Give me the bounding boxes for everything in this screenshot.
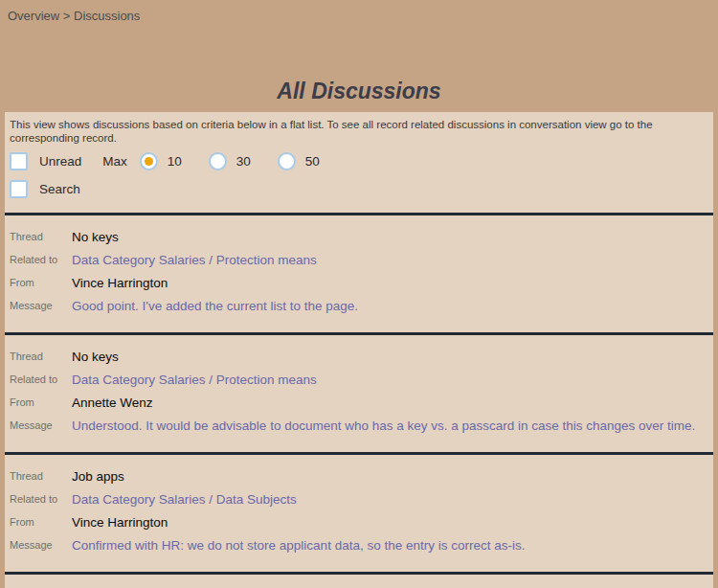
related-to-link[interactable]: Data Category Salaries / Protection mean… (72, 373, 317, 387)
thread-label: Thread (10, 231, 72, 242)
discussions-panel: This view shows discussions based on cri… (5, 112, 713, 588)
related-to-label: Related to (10, 254, 72, 265)
from-value: Vince Harrington (72, 276, 168, 290)
discussion-item: Thread No keys Related to Data Category … (5, 215, 713, 318)
message-label: Message (10, 539, 72, 551)
max-radio-30[interactable] (209, 152, 227, 170)
thread-row: Thread No keys (10, 584, 713, 588)
thread-label: Thread (10, 470, 72, 482)
from-label: From (10, 516, 72, 528)
message-label: Message (10, 419, 72, 431)
max-radio-item-50: 50 (278, 152, 334, 170)
thread-value: No keys (72, 230, 119, 244)
related-to-label: Related to (10, 493, 72, 505)
from-row: From Vince Harrington (10, 510, 713, 533)
thread-row: Thread Job apps (10, 464, 713, 487)
filter-row-unread-max: Unread Max 10 30 50 (5, 152, 713, 170)
related-to-row: Related to Data Category Salaries / Prot… (10, 368, 713, 391)
from-row: From Vince Harrington (10, 271, 713, 294)
thread-row: Thread No keys (10, 225, 713, 248)
message-row: Message Confirmed with HR: we do not sto… (10, 533, 713, 556)
related-to-label: Related to (10, 373, 72, 385)
page-title: All Discussions (0, 79, 718, 104)
search-checkbox[interactable] (10, 180, 28, 198)
discussion-item: Thread No keys Related to Data Category … (5, 335, 713, 438)
filter-row-search: Search (5, 180, 713, 198)
discussion-item: Thread No keys Related to Data Category … (5, 575, 713, 588)
discussion-item: Thread Job apps Related to Data Category… (5, 455, 713, 557)
related-to-link[interactable]: Data Category Salaries / Data Subjects (72, 492, 297, 507)
max-radio-10[interactable] (140, 152, 158, 170)
breadcrumb[interactable]: Overview > Discussions (8, 9, 140, 23)
from-value: Vince Harrington (72, 515, 168, 530)
max-radio-50[interactable] (278, 152, 296, 170)
message-value: Understood. It would be advisable to doc… (72, 418, 695, 433)
radio-dot (213, 157, 222, 166)
radio-dot (282, 157, 291, 166)
max-radio-50-label[interactable]: 50 (305, 154, 320, 169)
from-row: From Annette Wenz (10, 391, 713, 414)
max-radio-10-label[interactable]: 10 (168, 154, 182, 169)
max-label: Max (102, 154, 127, 169)
related-to-row: Related to Data Category Salaries / Prot… (10, 248, 713, 271)
thread-label: Thread (10, 351, 72, 362)
from-label: From (10, 277, 72, 288)
search-checkbox-label[interactable]: Search (39, 182, 80, 196)
message-label: Message (10, 300, 72, 311)
message-value: Confirmed with HR: we do not store appli… (72, 538, 525, 553)
message-row: Message Good point. I've added the curre… (10, 294, 713, 317)
unread-checkbox-label[interactable]: Unread (39, 154, 81, 169)
max-radio-item-30: 30 (209, 152, 265, 170)
unread-checkbox[interactable] (10, 152, 28, 170)
related-to-link[interactable]: Data Category Salaries / Protection mean… (72, 253, 317, 267)
thread-value: Job apps (72, 469, 124, 484)
from-value: Annette Wenz (72, 396, 153, 410)
from-label: From (10, 396, 72, 408)
related-to-row: Related to Data Category Salaries / Data… (10, 487, 713, 510)
intro-text: This view shows discussions based on cri… (5, 112, 713, 145)
max-radio-item-10: 10 (140, 152, 196, 170)
message-value: Good point. I've added the current list … (72, 299, 358, 313)
max-radio-30-label[interactable]: 30 (236, 154, 251, 169)
radio-dot (145, 157, 153, 166)
thread-value: No keys (72, 350, 119, 364)
thread-row: Thread No keys (10, 345, 713, 368)
message-row: Message Understood. It would be advisabl… (10, 414, 713, 437)
